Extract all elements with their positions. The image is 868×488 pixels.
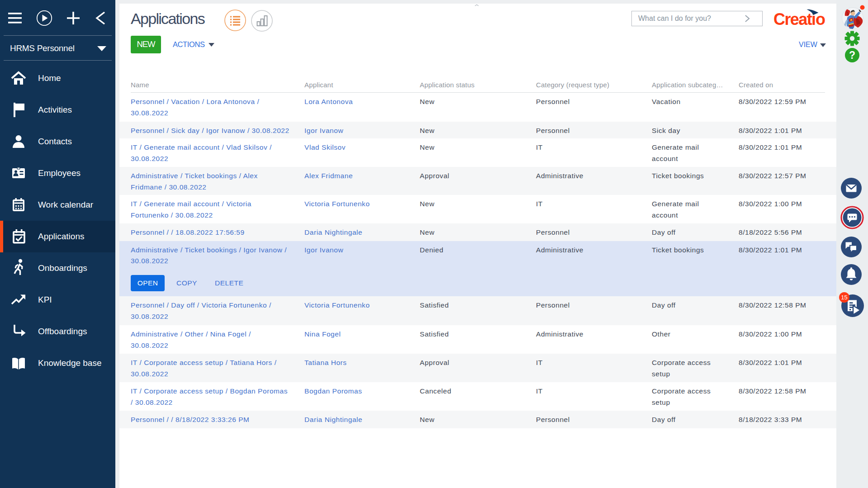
svg-text:15: 15 [841,294,847,301]
svg-text:?: ? [849,49,855,61]
